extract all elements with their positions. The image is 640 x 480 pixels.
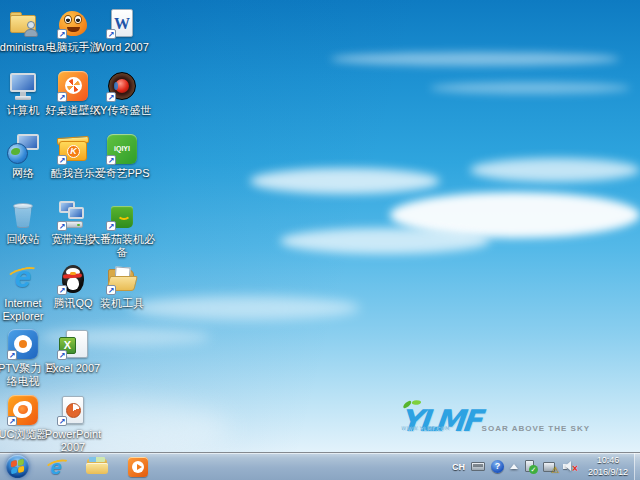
xy-icon: ↗ [106,70,138,102]
ppt-icon-part [66,403,81,418]
volume-muted-icon[interactable]: × [563,460,578,473]
desktop-icon-excel[interactable]: X↗Excel 2007 [50,328,96,375]
network-status-icon[interactable]: ⚠ [543,461,557,473]
uc-icon-part [18,405,28,414]
mute-badge-icon: × [572,464,578,474]
windows-flag-icon [11,459,24,474]
keyboard-icon[interactable] [471,462,485,471]
computer-icon [7,70,39,102]
desktop-icon-ppt[interactable]: ↗PowerPoint 2007 [50,394,96,454]
internet-explorer-icon: e [50,456,61,478]
desktop: Administra...↗电脑玩手游W↗Word 2007计算机↗好桌道壁纸↗… [0,0,640,480]
iqiyi-icon-part: iQIYI [106,145,138,152]
desktop-icon-label: Excel 2007 [39,362,107,375]
recycle-icon-part [13,203,33,209]
show-hidden-icons-button[interactable] [510,464,518,469]
pptv-icon: ↗ [7,328,39,360]
folder-front-icon [86,463,108,474]
computer-icon-part [15,96,31,100]
start-button[interactable] [6,455,29,478]
check-badge-icon: ✓ [529,465,538,474]
cloud [330,52,620,66]
ylmf-logo-word: YLMF WWW.YLMF.COM [399,406,481,436]
wallpaper-icon-part [65,77,82,94]
flag-pane [18,466,24,473]
taskbar-apps: e [44,453,150,480]
tools-icon: ↗ [106,263,138,295]
admin-icon [7,7,39,39]
cloud [130,296,360,320]
ppt-icon: ↗ [57,394,89,426]
desktop-icon-pptv[interactable]: ↗PPTV聚力 网络电视 [0,328,46,388]
monster-icon-part [74,15,82,24]
show-desktop-button[interactable] [634,453,640,480]
desktop-icon-tomato[interactable]: ↗大番茄装机必备 [99,199,145,259]
recycle-icon [7,199,39,231]
shortcut-arrow-icon: ↗ [106,221,116,231]
desktop-icon-label: PowerPoint 2007 [39,428,107,454]
desktop-icon-label: 装机工具 [88,297,156,310]
help-tray-icon[interactable]: ? [491,460,504,473]
media-player-icon [128,457,148,477]
network-icon-part [7,143,28,164]
ylmf-logo: YLMF WWW.YLMF.COM SOAR ABOVE THE SKY [400,406,590,436]
shortcut-arrow-icon: ↗ [106,29,116,39]
pptv-icon-part [19,340,27,348]
qq-icon: ↗ [57,263,89,295]
broadband-icon: ↗ [57,199,89,231]
clock-time: 10:46 [588,455,628,467]
kuwo-icon: K↗ [57,133,89,165]
shortcut-arrow-icon: ↗ [106,285,116,295]
broadband-icon-part [68,207,84,219]
taskbar-media-player-button[interactable] [126,455,150,479]
kuwo-icon-part: K [67,145,80,158]
ylmf-tagline: SOAR ABOVE THE SKY [482,424,590,433]
admin-icon-part [27,21,35,29]
iqiyi-icon: iQIYI↗ [106,133,138,165]
computer-icon-part [10,73,36,92]
wallpaper-icon: ↗ [57,70,89,102]
desktop-icon-label: Word 2007 [88,41,156,54]
shortcut-arrow-icon: ↗ [57,285,67,295]
excel-icon: X↗ [57,328,89,360]
shortcut-arrow-icon: ↗ [57,155,67,165]
language-indicator[interactable]: CH [452,462,465,472]
flag-pane [11,460,17,467]
warning-badge-icon: ⚠ [551,466,559,475]
shortcut-arrow-icon: ↗ [57,350,67,360]
shortcut-arrow-icon: ↗ [106,155,116,165]
taskbar-windows-explorer-button[interactable] [85,455,109,479]
desktop-icon-iqiyi[interactable]: iQIYI↗爱奇艺PPS [99,133,145,180]
taskbar-clock[interactable]: 10:46 2016/9/12 [588,455,628,478]
desktop-icon-word[interactable]: W↗Word 2007 [99,7,145,54]
flag-pane [18,459,24,466]
desktop-icon-label: XY传奇盛世 [88,104,156,117]
tomato-icon: ↗ [106,199,138,231]
desktop-icon-tools[interactable]: ↗装机工具 [99,263,145,310]
shortcut-arrow-icon: ↗ [106,92,116,102]
cloud [280,228,490,254]
recycle-icon-part [14,206,32,228]
media-player-play-icon [137,464,142,470]
ylmf-url: WWW.YLMF.COM [400,413,452,443]
clock-date: 2016/9/12 [588,467,628,479]
shortcut-arrow-icon: ↗ [57,29,67,39]
safely-remove-hardware-icon[interactable]: ✓ [524,460,537,473]
qq-icon-part [70,272,76,275]
shortcut-arrow-icon: ↗ [57,416,67,426]
desktop-icon-xy[interactable]: ↗XY传奇盛世 [99,70,145,117]
taskbar-internet-explorer-button[interactable]: e [44,455,68,479]
folder-papers-icon [89,457,105,462]
taskbar: e CH ? ✓ ⚠ [0,452,640,480]
desktop-icon-ie[interactable]: eInternet Explorer [0,263,46,323]
cloud [470,158,640,182]
monster-icon-part [64,15,72,24]
uc-icon: ↗ [7,394,39,426]
admin-icon-part [24,29,38,37]
system-tray: CH ? ✓ ⚠ × 10:46 2016/9/12 [452,453,628,480]
ie-icon: e [7,263,39,295]
cloud [430,82,630,94]
monster-icon: ↗ [57,7,89,39]
flag-pane [11,467,17,474]
network-icon [7,133,39,165]
